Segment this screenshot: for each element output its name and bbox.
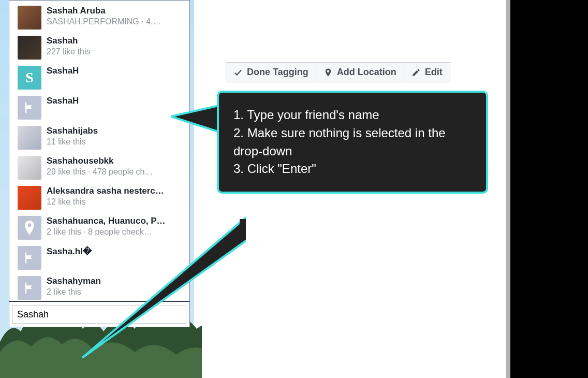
profile-avatar — [18, 126, 41, 150]
svg-marker-3 — [240, 219, 246, 240]
suggestion-name: Sashahijabs — [47, 126, 181, 136]
check-icon — [233, 68, 243, 77]
flag-icon — [18, 96, 41, 120]
profile-avatar — [18, 156, 41, 180]
suggestion-subtitle: 11 like this — [47, 137, 181, 147]
suggestion-item[interactable]: Sashah ArubaSASHAH.PERFORMING · 4.… — [9, 1, 189, 31]
suggestion-subtitle: 12 like this — [47, 197, 181, 207]
flag-icon — [18, 246, 41, 270]
suggestion-text: Sashahousebkk29 like this · 478 people c… — [47, 154, 181, 177]
suggestion-subtitle: 29 like this · 478 people ch… — [47, 167, 181, 177]
suggestion-name: Aleksandra sasha nesterc… — [47, 186, 181, 196]
suggestion-item[interactable]: SashaH — [9, 91, 189, 121]
suggestion-subtitle: 227 like this — [47, 47, 181, 56]
suggestion-text: SashaH — [47, 64, 181, 76]
suggestion-name: SashaH — [47, 96, 181, 106]
location-pin-icon — [324, 68, 333, 77]
instruction-callout: 1. Type your friend's name 2. Make sure … — [217, 91, 488, 194]
location-pin-icon — [18, 216, 41, 240]
suggestion-name: Sashahousebkk — [47, 156, 181, 166]
suggestion-item[interactable]: Aleksandra sasha nesterc…12 like this — [9, 181, 189, 211]
add-location-label: Add Location — [337, 67, 396, 78]
suggestion-text: Sashah227 like this — [47, 34, 181, 56]
svg-marker-2 — [83, 217, 246, 357]
suggestion-text: Sashah ArubaSASHAH.PERFORMING · 4.… — [47, 4, 181, 26]
suggestion-item[interactable]: Sashahousebkk29 like this · 478 people c… — [9, 151, 189, 181]
letter-avatar: S — [18, 66, 41, 90]
suggestion-name: SashaH — [47, 66, 181, 76]
photo-viewer-edge — [506, 0, 522, 378]
callout-arrow-bottom — [75, 215, 246, 360]
suggestion-text: Aleksandra sasha nesterc…12 like this — [47, 184, 181, 207]
callout-line-2: 2. Make sure nothing is selected in the … — [233, 124, 472, 161]
suggestion-text: Sashahijabs11 like this — [47, 124, 181, 147]
suggestion-item[interactable]: Sashah227 like this — [9, 31, 189, 61]
suggestion-name: Sashah Aruba — [47, 6, 181, 16]
callout-line-1: 1. Type your friend's name — [233, 106, 472, 124]
done-tagging-button[interactable]: Done Tagging — [226, 62, 316, 82]
photo-viewer-sidebar — [510, 0, 588, 378]
done-tagging-label: Done Tagging — [247, 67, 308, 78]
edit-button[interactable]: Edit — [404, 62, 450, 82]
edit-label: Edit — [425, 67, 443, 78]
suggestion-item[interactable]: Sashahijabs11 like this — [9, 121, 189, 151]
suggestion-subtitle: SASHAH.PERFORMING · 4.… — [47, 17, 181, 26]
callout-line-3: 3. Click "Enter" — [233, 160, 472, 178]
suggestion-text: SashaH — [47, 94, 181, 106]
suggestion-item[interactable]: SSashaH — [9, 61, 189, 91]
photo-action-row: Done Tagging Add Location Edit — [226, 62, 450, 82]
profile-avatar — [18, 6, 41, 30]
suggestion-name: Sashah — [47, 36, 181, 46]
pencil-icon — [411, 68, 421, 77]
profile-avatar — [18, 186, 41, 210]
add-location-button[interactable]: Add Location — [316, 62, 404, 82]
flag-icon — [18, 276, 41, 300]
profile-avatar — [18, 36, 41, 60]
